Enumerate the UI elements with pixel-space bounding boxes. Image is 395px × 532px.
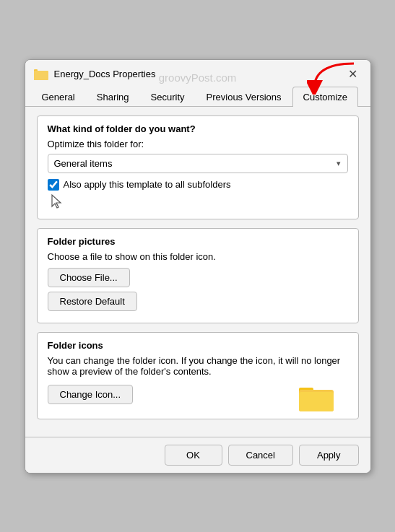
dropdown-wrapper: General items Documents Pictures Music V… (48, 154, 348, 173)
folder-title-icon (34, 69, 48, 80)
optimize-dropdown[interactable]: General items Documents Pictures Music V… (48, 154, 348, 173)
cursor-icon (51, 193, 64, 209)
svg-marker-4 (52, 195, 61, 208)
folder-icons-row: Change Icon... (48, 383, 348, 411)
svg-rect-7 (299, 392, 334, 411)
window-title: Energy_Docs Properties (54, 69, 344, 79)
restore-default-button[interactable]: Restore Default (48, 292, 137, 311)
subfolder-checkbox[interactable] (48, 179, 59, 191)
properties-window: Energy_Docs Properties ✕ groovyPost.com … (25, 59, 371, 474)
change-icon-button[interactable]: Change Icon... (48, 385, 134, 404)
tab-previous-versions[interactable]: Previous Versions (196, 87, 292, 107)
cancel-button[interactable]: Cancel (228, 445, 293, 466)
titlebar: Energy_Docs Properties ✕ (25, 60, 370, 86)
tab-security[interactable]: Security (140, 87, 196, 107)
folder-pictures-desc: Choose a file to show on this folder ico… (48, 251, 348, 262)
svg-rect-2 (34, 71, 48, 80)
folder-icons-desc: You can change the folder icon. If you c… (48, 355, 348, 377)
choose-file-button[interactable]: Choose File... (48, 268, 130, 287)
subfolder-checkbox-row: Also apply this template to all subfolde… (48, 179, 348, 191)
tab-customize[interactable]: Customize (292, 87, 358, 107)
main-content: What kind of folder do you want? Optimiz… (25, 107, 370, 437)
folder-pictures-title: Folder pictures (48, 236, 348, 247)
folder-preview-icon (299, 383, 334, 411)
folder-icons-title: Folder icons (48, 340, 348, 351)
tab-bar: General Sharing Security Previous Versio… (25, 86, 370, 107)
ok-button[interactable]: OK (165, 445, 222, 466)
footer: OK Cancel Apply (25, 437, 370, 473)
optimize-section-title: What kind of folder do you want? (48, 123, 348, 134)
tab-general[interactable]: General (31, 87, 86, 107)
optimize-label: Optimize this folder for: (48, 139, 348, 149)
optimize-section: What kind of folder do you want? Optimiz… (37, 115, 359, 219)
subfolder-label: Also apply this template to all subfolde… (64, 179, 231, 190)
folder-icons-section: Folder icons You can change the folder i… (37, 332, 359, 419)
tab-sharing[interactable]: Sharing (86, 87, 140, 107)
close-button[interactable]: ✕ (344, 66, 362, 83)
apply-button[interactable]: Apply (299, 445, 359, 466)
folder-pictures-section: Folder pictures Choose a file to show on… (37, 228, 359, 323)
